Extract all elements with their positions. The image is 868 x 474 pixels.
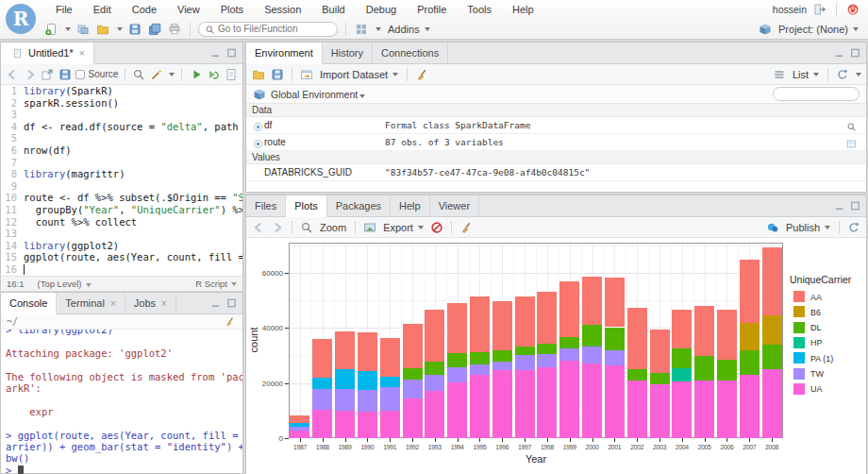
scope-dropdown[interactable]: Global Environment — [271, 89, 365, 100]
clear-plots-icon[interactable] — [459, 220, 474, 234]
code-editor[interactable]: 1library(SparkR)2sparkR.session()34df <-… — [1, 85, 242, 276]
new-file-icon[interactable] — [43, 22, 58, 36]
chevron-down-icon[interactable] — [376, 27, 381, 31]
bar-segment-tw-1990 — [358, 390, 377, 412]
power-quit-icon[interactable] — [845, 3, 860, 17]
new-project-icon[interactable] — [75, 22, 91, 36]
print-icon[interactable] — [167, 22, 182, 36]
back-icon[interactable] — [6, 67, 20, 81]
tab-label: Console — [9, 297, 47, 309]
project-selector[interactable]: Project: (None) — [776, 23, 860, 36]
remove-plot-icon[interactable] — [429, 220, 444, 234]
menu-edit[interactable]: Edit — [83, 4, 122, 15]
publish-icon[interactable] — [765, 220, 780, 234]
forward-icon[interactable] — [270, 220, 285, 234]
env-tab-history[interactable]: History — [323, 42, 373, 63]
import-dataset-button[interactable]: Import Dataset — [318, 68, 400, 81]
save-icon[interactable] — [270, 67, 285, 81]
env-row-route[interactable]: route87 obs. of 3 variables — [246, 134, 866, 151]
menu-file[interactable]: File — [45, 4, 83, 15]
minimize-icon[interactable] — [209, 47, 222, 59]
console-tab-terminal[interactable]: Terminal× — [57, 293, 125, 313]
save-icon[interactable] — [127, 22, 142, 36]
line-number: 3 — [1, 109, 24, 121]
export-image-icon[interactable] — [362, 220, 377, 234]
refresh-icon[interactable] — [835, 67, 850, 81]
bar-segment-ua-1996 — [492, 370, 512, 438]
x-tick — [659, 438, 660, 442]
chevron-down-icon[interactable] — [169, 73, 175, 76]
chevron-down-icon[interactable] — [65, 27, 71, 31]
view-table-icon[interactable] — [843, 137, 859, 151]
maximize-icon[interactable] — [849, 47, 861, 59]
maximize-icon[interactable] — [849, 200, 861, 212]
popout-icon[interactable] — [41, 67, 55, 81]
source-on-save-checkbox[interactable] — [75, 70, 84, 79]
addins-button[interactable]: Addins — [386, 23, 432, 36]
plots-tab-files[interactable]: Files — [246, 195, 286, 216]
environment-search-input[interactable] — [773, 87, 860, 101]
console-tab-console[interactable]: Console — [1, 293, 57, 314]
menu-code[interactable]: Code — [122, 4, 167, 15]
open-folder-icon[interactable] — [95, 22, 110, 36]
plots-tab-help[interactable]: Help — [391, 195, 430, 216]
import-dataset-icon[interactable] — [299, 67, 314, 81]
refresh-icon[interactable] — [846, 220, 861, 234]
minimize-icon[interactable] — [209, 297, 222, 309]
zoom-icon[interactable] — [299, 220, 314, 234]
list-view-icon[interactable] — [772, 67, 787, 81]
maximize-icon[interactable] — [225, 47, 238, 59]
clear-environment-icon[interactable] — [414, 67, 429, 81]
expand-icon[interactable] — [250, 137, 265, 151]
maximize-icon[interactable] — [225, 297, 238, 309]
close-icon[interactable]: × — [79, 48, 85, 59]
clear-console-icon[interactable] — [222, 314, 237, 329]
env-row-databricks-guid[interactable]: DATABRICKS_GUID"83f34b57-ce47-47ca-9e08-… — [246, 164, 866, 181]
menu-view[interactable]: View — [167, 4, 210, 15]
chevron-down-icon[interactable] — [117, 27, 123, 31]
run-icon[interactable] — [189, 67, 203, 81]
plots-tab-viewer[interactable]: Viewer — [430, 195, 479, 216]
plots-tab-plots[interactable]: Plots — [286, 195, 326, 217]
expand-icon[interactable] — [250, 120, 265, 134]
export-button[interactable]: Export — [381, 221, 426, 234]
env-row-df[interactable]: dfFormal class SparkDataFrame — [246, 117, 866, 134]
menu-session[interactable]: Session — [254, 4, 311, 15]
forward-icon[interactable] — [24, 67, 38, 81]
find-icon[interactable] — [132, 67, 146, 81]
filetype-selector[interactable]: R Script — [195, 279, 237, 289]
plots-tab-packages[interactable]: Packages — [327, 195, 391, 216]
publish-button[interactable]: Publish — [784, 221, 832, 234]
tab-untitled1[interactable]: Untitled1* × — [1, 42, 94, 64]
env-tab-connections[interactable]: Connections — [373, 42, 448, 63]
close-icon[interactable]: × — [161, 298, 167, 309]
close-icon[interactable]: × — [110, 298, 116, 309]
rerun-icon[interactable] — [207, 67, 221, 81]
save-all-icon[interactable] — [147, 22, 162, 36]
list-view-button[interactable]: List — [791, 68, 821, 81]
inspect-icon[interactable] — [843, 120, 859, 134]
menu-debug[interactable]: Debug — [356, 4, 407, 15]
menu-profile[interactable]: Profile — [407, 4, 457, 15]
chevron-down-icon[interactable] — [856, 73, 861, 76]
source-doc-icon[interactable] — [224, 67, 238, 81]
open-folder-icon[interactable] — [251, 67, 266, 81]
minimize-icon[interactable] — [833, 47, 845, 59]
save-icon[interactable] — [58, 67, 73, 81]
back-icon[interactable] — [251, 220, 266, 234]
menu-build[interactable]: Build — [311, 4, 355, 15]
menu-plots[interactable]: Plots — [210, 4, 254, 15]
wand-icon[interactable] — [150, 67, 164, 81]
minimize-icon[interactable] — [833, 200, 845, 212]
scope-selector[interactable]: (Top Level) — [38, 279, 92, 289]
console-body[interactable]: > library(ggplot2) Attaching package: 'g… — [1, 330, 242, 474]
zoom-button[interactable]: Zoom — [318, 221, 348, 234]
env-tab-environment[interactable]: Environment — [246, 42, 323, 64]
menu-help[interactable]: Help — [502, 4, 544, 15]
sign-out-icon[interactable] — [812, 3, 827, 17]
code-line: 6nrow(df) — [1, 144, 242, 157]
grid-tools-icon[interactable] — [354, 22, 369, 36]
console-tab-jobs[interactable]: Jobs× — [125, 293, 176, 313]
goto-file-input[interactable] — [198, 22, 338, 37]
menu-tools[interactable]: Tools — [457, 4, 502, 15]
